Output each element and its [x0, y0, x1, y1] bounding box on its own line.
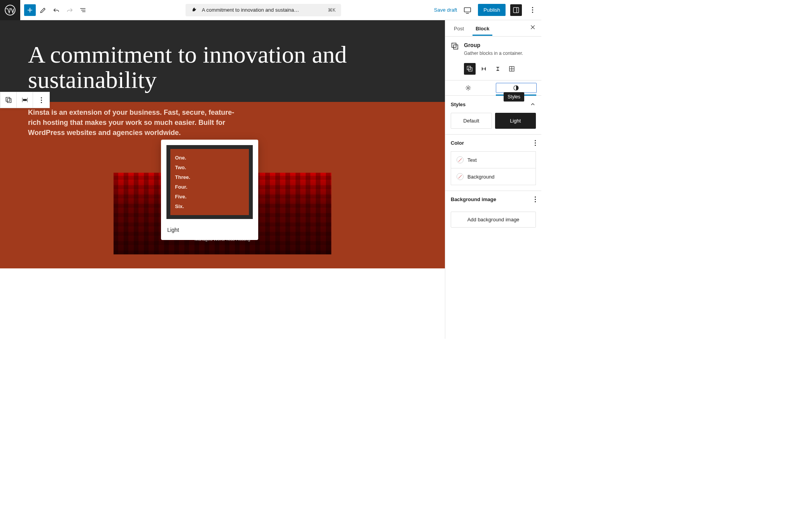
svg-rect-1 — [464, 7, 471, 12]
style-option-light[interactable]: Light — [495, 113, 536, 129]
tab-post[interactable]: Post — [451, 21, 467, 35]
variation-stack[interactable] — [492, 63, 504, 75]
save-draft-button[interactable]: Save draft — [434, 7, 457, 13]
svg-rect-7 — [453, 45, 458, 49]
color-background-row[interactable]: Background — [451, 168, 536, 185]
block-options-button[interactable] — [33, 92, 49, 108]
undo-icon — [52, 6, 60, 14]
edit-tool-button[interactable] — [37, 4, 49, 16]
svg-rect-6 — [452, 43, 456, 47]
color-background-label: Background — [467, 174, 494, 180]
preview-item: Five. — [175, 192, 244, 201]
group-icon — [466, 65, 473, 72]
variation-group[interactable] — [464, 63, 476, 75]
settings-panel-toggle[interactable] — [510, 4, 522, 16]
svg-rect-5 — [23, 99, 27, 101]
bgimage-options-menu[interactable] — [535, 196, 536, 202]
pencil-icon — [39, 6, 47, 14]
svg-rect-3 — [6, 97, 10, 101]
variation-row[interactable] — [478, 63, 490, 75]
gear-icon — [465, 84, 472, 91]
options-menu[interactable] — [527, 4, 538, 16]
align-icon — [21, 96, 29, 104]
publish-button[interactable]: Publish — [478, 4, 506, 16]
svg-rect-4 — [7, 99, 11, 103]
style-option-default[interactable]: Default — [451, 113, 492, 129]
add-background-image-button[interactable]: Add background image — [451, 212, 536, 228]
page-heading[interactable]: A commitment to innovation and sustainab… — [28, 42, 417, 93]
close-sidebar-button[interactable] — [530, 24, 536, 32]
row-icon — [480, 65, 487, 72]
document-title-bar[interactable]: A commitment to innovation and sustaina…… — [186, 4, 341, 16]
svg-rect-8 — [467, 66, 471, 70]
sidebar-icon — [512, 6, 520, 14]
preview-item: Six. — [175, 201, 244, 211]
list-indent-icon — [79, 6, 87, 14]
editor-canvas[interactable]: A commitment to innovation and sustainab… — [0, 20, 445, 339]
bgimage-section-heading: Background image — [451, 196, 496, 202]
redo-button[interactable] — [64, 4, 75, 16]
block-toolbar — [0, 92, 50, 108]
block-type-button[interactable] — [0, 92, 17, 108]
tab-block[interactable]: Block — [472, 21, 492, 36]
plus-icon — [26, 6, 34, 14]
color-section-heading: Color — [451, 140, 464, 146]
grid-icon — [508, 65, 515, 72]
chevron-up-icon[interactable] — [530, 101, 536, 107]
undo-button[interactable] — [51, 4, 62, 16]
preview-item: Three. — [175, 172, 244, 182]
block-description: Gather blocks in a container. — [464, 51, 523, 56]
preview-item: One. — [175, 153, 244, 163]
keyboard-shortcut: ⌘K — [328, 7, 336, 13]
color-text-row[interactable]: Text — [451, 151, 536, 168]
document-overview-button[interactable] — [77, 4, 89, 16]
style-preview: One.Two.Three.Four.Five.Six. — [166, 145, 253, 219]
svg-rect-9 — [469, 68, 472, 71]
close-icon — [530, 24, 536, 30]
color-text-label: Text — [467, 157, 477, 163]
preview-button[interactable] — [462, 4, 473, 16]
variation-grid[interactable] — [506, 63, 518, 75]
page-subheading[interactable]: Kinsta is an extension of your business.… — [28, 107, 246, 138]
wordpress-icon — [5, 5, 16, 16]
preview-item: Four. — [175, 182, 244, 192]
more-vertical-icon — [41, 97, 42, 103]
styles-section-heading: Styles — [451, 102, 466, 107]
svg-rect-2 — [513, 7, 518, 12]
subtab-settings[interactable] — [445, 81, 491, 95]
group-icon — [451, 42, 459, 51]
styles-icon — [513, 84, 520, 91]
desktop-icon — [463, 6, 472, 14]
style-preview-label: Light — [166, 225, 253, 235]
swatch-none-icon — [457, 156, 464, 163]
stack-icon — [494, 65, 501, 72]
color-options-menu[interactable] — [535, 140, 536, 146]
editor-toolbar: A commitment to innovation and sustaina…… — [0, 0, 541, 20]
more-vertical-icon — [532, 7, 533, 13]
align-button[interactable] — [17, 92, 33, 108]
preview-item: Two. — [175, 163, 244, 172]
redo-icon — [66, 6, 74, 14]
leaf-icon — [191, 7, 198, 14]
swatch-none-icon — [457, 173, 464, 180]
style-preview-popover: One.Two.Three.Four.Five.Six. Light — [161, 140, 258, 240]
settings-sidebar: Post Block Group Gather blocks in a cont… — [445, 20, 541, 339]
wordpress-logo[interactable] — [0, 0, 20, 20]
svg-point-11 — [467, 87, 469, 89]
group-icon — [5, 96, 12, 104]
document-title: A commitment to innovation and sustaina… — [202, 7, 324, 13]
add-block-button[interactable] — [24, 4, 36, 16]
block-name: Group — [464, 42, 523, 48]
styles-tooltip: Styles — [504, 92, 524, 102]
